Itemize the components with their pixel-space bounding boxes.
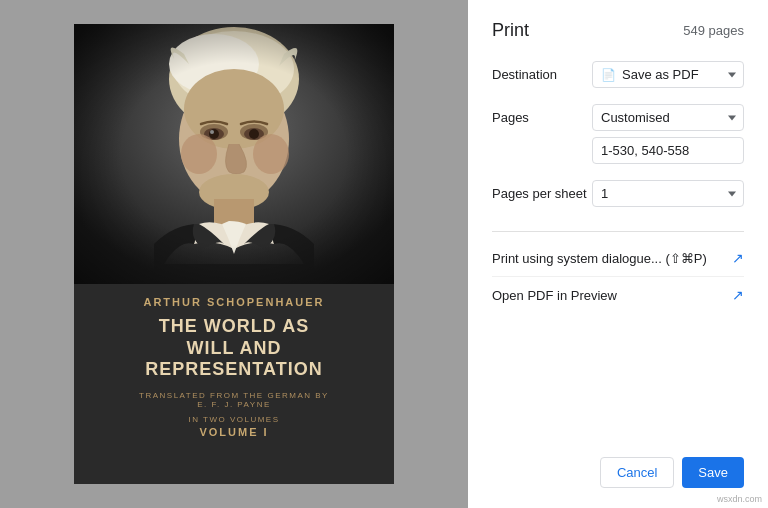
pages-per-sheet-chevron-icon: [728, 191, 736, 196]
destination-select-display[interactable]: 📄 Save as PDF: [592, 61, 744, 88]
destination-value: Save as PDF: [622, 67, 699, 82]
book-volumes-label: IN TWO VOLUMES: [139, 415, 329, 424]
book-title: THE WORLD ASWILL ANDREPRESENTATION: [139, 316, 329, 381]
book-cover: ARTHUR SCHOPENHAUER THE WORLD ASWILL AND…: [74, 24, 394, 484]
book-text-area: ARTHUR SCHOPENHAUER THE WORLD ASWILL AND…: [119, 284, 349, 450]
pages-per-sheet-control: 1: [592, 180, 744, 207]
page-count: 549 pages: [683, 23, 744, 38]
pages-select-display[interactable]: Customised: [592, 104, 744, 131]
destination-label: Destination: [492, 61, 592, 82]
external-link-icon-1: ↗: [732, 250, 744, 266]
open-pdf-row[interactable]: Open PDF in Preview ↗: [492, 277, 744, 313]
divider-1: [492, 231, 744, 232]
pages-range-input[interactable]: [592, 137, 744, 164]
external-link-icon-2: ↗: [732, 287, 744, 303]
pages-label: Pages: [492, 104, 592, 125]
destination-control: 📄 Save as PDF: [592, 61, 744, 88]
print-title: Print: [492, 20, 529, 41]
system-dialogue-row[interactable]: Print using system dialogue... (⇧⌘P) ↗: [492, 240, 744, 277]
book-author: ARTHUR SCHOPENHAUER: [139, 296, 329, 308]
system-dialogue-label[interactable]: Print using system dialogue... (⇧⌘P): [492, 251, 707, 266]
pages-per-sheet-label: Pages per sheet: [492, 180, 592, 201]
destination-row: Destination 📄 Save as PDF: [492, 61, 744, 88]
book-subtitle-translator: TRANSLATED FROM THE GERMAN BYE. F. J. PA…: [139, 391, 329, 409]
print-dialog-panel: Print 549 pages Destination 📄 Save as PD…: [468, 0, 768, 508]
pages-select[interactable]: Customised: [592, 104, 744, 131]
pages-per-sheet-row: Pages per sheet 1: [492, 180, 744, 207]
pages-per-sheet-display[interactable]: 1: [592, 180, 744, 207]
destination-chevron-icon: [728, 72, 736, 77]
watermark: wsxdn.com: [717, 494, 762, 504]
book-portrait-image: [74, 24, 394, 284]
pages-row: Pages Customised: [492, 104, 744, 164]
cancel-button[interactable]: Cancel: [600, 457, 674, 488]
book-preview-panel: ARTHUR SCHOPENHAUER THE WORLD ASWILL AND…: [0, 0, 468, 508]
book-volume-number: VOLUME I: [139, 426, 329, 438]
svg-rect-19: [74, 24, 394, 284]
pages-control: Customised: [592, 104, 744, 164]
pages-per-sheet-select[interactable]: 1: [592, 180, 744, 207]
print-header: Print 549 pages: [492, 20, 744, 41]
pdf-icon: 📄: [601, 68, 616, 82]
button-row: Cancel Save: [492, 445, 744, 488]
save-button[interactable]: Save: [682, 457, 744, 488]
pages-chevron-icon: [728, 115, 736, 120]
open-pdf-label[interactable]: Open PDF in Preview: [492, 288, 617, 303]
pages-value: Customised: [601, 110, 670, 125]
pages-per-sheet-value: 1: [601, 186, 608, 201]
destination-select[interactable]: 📄 Save as PDF: [592, 61, 744, 88]
spacer: [492, 313, 744, 445]
